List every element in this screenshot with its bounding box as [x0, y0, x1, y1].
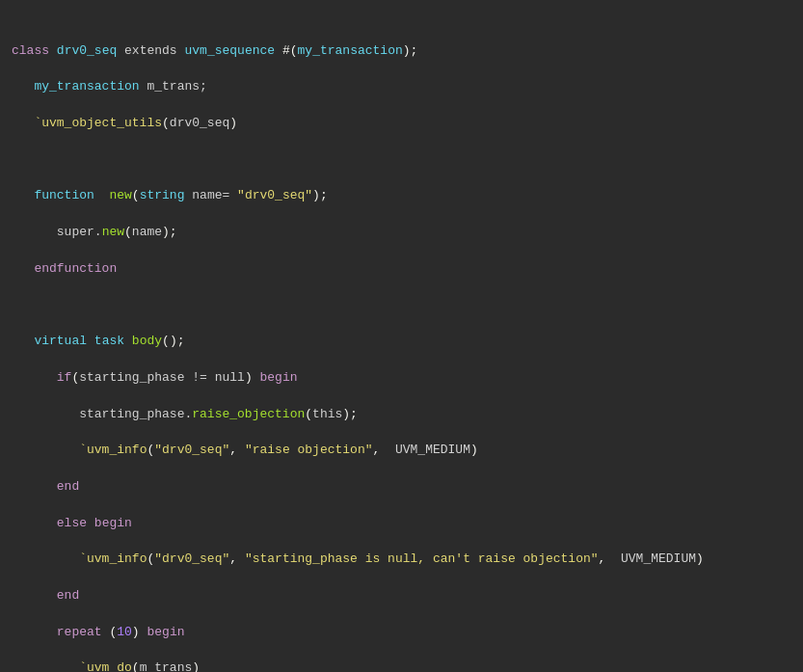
line-1: class drv0_seq extends uvm_sequence #(my… — [0, 42, 803, 61]
line-4 — [0, 151, 803, 170]
line-2: my_transaction m_trans; — [0, 78, 803, 96]
line-8 — [0, 297, 803, 315]
line-14: else begin — [0, 515, 803, 533]
line-6: super.new(name); — [0, 224, 803, 242]
line-17: repeat (10) begin — [0, 624, 803, 642]
line-15: `uvm_info("drv0_seq", "starting_phase is… — [0, 551, 803, 569]
line-18: `uvm_do(m_trans) — [0, 659, 803, 672]
line-3: `uvm_object_utils(drv0_seq) — [0, 115, 803, 133]
line-11: starting_phase.raise_objection(this); — [0, 406, 803, 424]
line-9: virtual task body(); — [0, 333, 803, 351]
line-12: `uvm_info("drv0_seq", "raise objection",… — [0, 442, 803, 460]
line-7: endfunction — [0, 260, 803, 279]
code-editor: class drv0_seq extends uvm_sequence #(my… — [0, 0, 803, 672]
line-16: end — [0, 587, 803, 605]
line-10: if(starting_phase != null) begin — [0, 369, 803, 388]
line-13: end — [0, 478, 803, 497]
line-5: function new(string name= "drv0_seq"); — [0, 187, 803, 205]
